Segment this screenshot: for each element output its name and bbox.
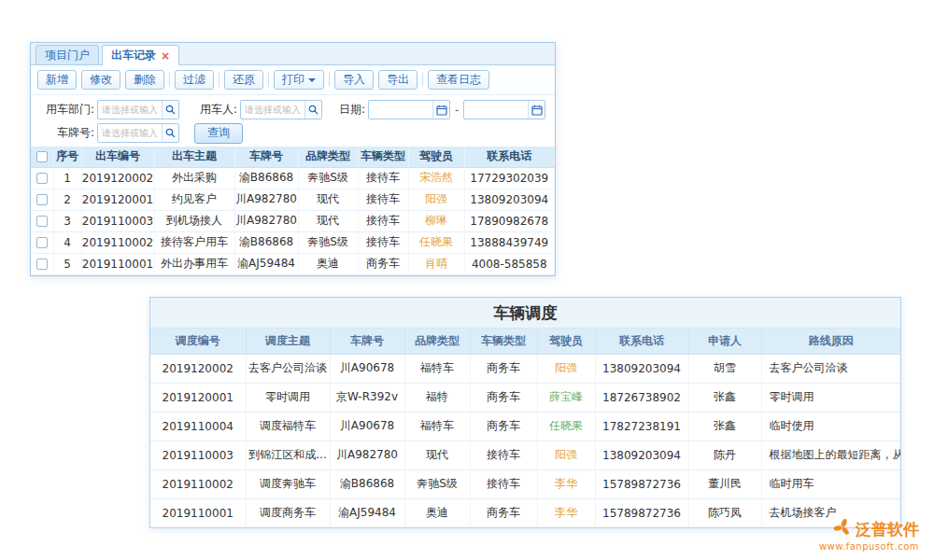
cell-brand-type: 福特车: [404, 354, 470, 383]
table-row[interactable]: 22019120001约见客户川A982780现代接待车阳强1380920309…: [31, 189, 555, 210]
table-row[interactable]: 2019110003到锦江区和成...川A982780现代接待车阳强138092…: [150, 441, 900, 469]
cell-plate-number[interactable]: 川A90678: [330, 412, 404, 441]
cell-row-number: 2: [53, 189, 81, 210]
cell-dispatch-id[interactable]: 2019110002: [150, 469, 246, 498]
cell-dispatch-id[interactable]: 2019110001: [81, 253, 154, 274]
cell-dispatch-id[interactable]: 2019110001: [150, 498, 246, 527]
table-row[interactable]: 52019110001外出办事用车渝AJ59484奥迪商务车肖晴4008-585…: [31, 253, 555, 274]
cell-subject[interactable]: 外出采购: [154, 167, 234, 189]
cell-plate-number[interactable]: 渝AJ59484: [234, 253, 298, 274]
cell-dispatch-id[interactable]: 2019120001: [150, 383, 246, 412]
search-icon[interactable]: [304, 101, 321, 119]
print-button[interactable]: 打印: [274, 70, 324, 90]
row-checkbox[interactable]: [36, 216, 48, 227]
cell-dispatch-id[interactable]: 2019110004: [150, 412, 246, 441]
cell-plate-number[interactable]: 川A982780: [234, 189, 298, 210]
cell-dispatch-id[interactable]: 2019120002: [81, 167, 154, 189]
cell-applicant: 陈巧凤: [688, 498, 761, 527]
cell-driver: 薛宝峰: [537, 383, 595, 412]
cell-plate-number[interactable]: 渝AJ59484: [330, 498, 404, 527]
button-label: 过滤: [183, 72, 205, 88]
cell-subject[interactable]: 到机场接人: [154, 210, 234, 231]
restore-button[interactable]: 还原: [224, 70, 263, 90]
row-checkbox[interactable]: [36, 194, 48, 205]
date-to-input[interactable]: [464, 102, 528, 118]
table-row[interactable]: 2019110001调度商务车渝AJ59484奥迪商务车李华1578987273…: [150, 498, 900, 527]
delete-button[interactable]: 删除: [125, 70, 164, 90]
cell-vehicle-type: 接待车: [470, 441, 537, 469]
tab-project-portal[interactable]: 项目门户: [35, 45, 99, 64]
table-row[interactable]: 2019120002去客户公司洽谈川A90678福特车商务车阳强13809203…: [150, 354, 900, 383]
cell-subject[interactable]: 零时调用: [246, 383, 330, 412]
cell-dispatch-id[interactable]: 2019120002: [150, 354, 246, 383]
search-icon[interactable]: [162, 124, 178, 142]
column-header: 驾驶员: [537, 329, 595, 354]
calendar-icon[interactable]: [528, 101, 545, 119]
select-all-checkbox[interactable]: [36, 151, 48, 162]
cell-subject[interactable]: 去客户公司洽谈: [246, 354, 330, 383]
column-header: 路线原因: [761, 329, 900, 354]
column-header: 品牌类型: [404, 329, 470, 354]
cell-subject[interactable]: 到锦江区和成...: [246, 441, 330, 469]
edit-button[interactable]: 修改: [81, 70, 120, 90]
cell-plate-number[interactable]: 川A982780: [234, 210, 298, 231]
calendar-icon[interactable]: [432, 101, 449, 119]
cell-applicant: 张鑫: [688, 412, 761, 441]
cell-dispatch-id[interactable]: 2019110002: [81, 231, 154, 253]
tab-bar: 项目门户 出车记录 ×: [31, 43, 555, 65]
dept-filter-input[interactable]: [98, 102, 162, 118]
import-button[interactable]: 导入: [334, 70, 374, 90]
cell-driver: 李华: [537, 469, 595, 498]
view-log-button[interactable]: 查看日志: [428, 70, 489, 90]
cell-subject[interactable]: 调度奔驰车: [246, 469, 330, 498]
cell-dispatch-id[interactable]: 2019110003: [150, 441, 246, 469]
cell-plate-number[interactable]: 京W-R392v: [330, 383, 404, 412]
add-button[interactable]: 新增: [37, 70, 77, 90]
export-button[interactable]: 导出: [378, 70, 417, 90]
cell-brand-type: 福特: [404, 383, 470, 412]
close-icon[interactable]: ×: [161, 50, 170, 62]
plate-filter-input[interactable]: [98, 125, 162, 141]
column-header: 调度主题: [246, 329, 330, 354]
cell-subject[interactable]: 约见客户: [154, 189, 234, 210]
column-header: 序号: [53, 147, 81, 167]
cell-plate-number[interactable]: 渝B86868: [234, 167, 298, 189]
tab-label: 项目门户: [45, 48, 90, 63]
cell-driver: 肖晴: [408, 253, 464, 274]
cell-dispatch-id[interactable]: 2019110003: [81, 210, 154, 231]
button-label: 还原: [233, 72, 255, 88]
table-row[interactable]: 2019110002调度奔驰车渝B86868奔驰S级接待车李华157898727…: [150, 469, 900, 498]
row-checkbox[interactable]: [36, 259, 48, 270]
chevron-down-icon: [308, 78, 316, 82]
query-button[interactable]: 查询: [194, 123, 243, 144]
cell-plate-number[interactable]: 渝B86868: [330, 469, 404, 498]
search-icon[interactable]: [162, 101, 178, 119]
brand-logo: 泛普软件 www.fanpusoft.com: [819, 518, 919, 552]
column-header: 出车主题: [154, 147, 234, 167]
date-from-input[interactable]: [369, 102, 432, 118]
cell-subject[interactable]: 外出办事用车: [154, 253, 234, 274]
user-filter-input[interactable]: [241, 102, 304, 118]
cell-phone: 13888439749: [464, 231, 555, 253]
cell-plate-number[interactable]: 川A90678: [330, 354, 404, 383]
row-checkbox[interactable]: [36, 173, 48, 184]
table-row[interactable]: 42019110002接待客户用车渝B86868奔驰S级接待车任晓果138884…: [31, 231, 555, 253]
table-row[interactable]: 32019110003到机场接人川A982780现代接待车柳琳178909826…: [31, 210, 555, 231]
cell-plate-number[interactable]: 川A982780: [330, 441, 404, 469]
date-to-field: [463, 100, 545, 119]
cell-plate-number[interactable]: 渝B86868: [234, 231, 298, 253]
cell-applicant: 胡雪: [688, 354, 761, 383]
cell-dispatch-id[interactable]: 2019120001: [81, 189, 154, 210]
cell-subject[interactable]: 调度商务车: [246, 498, 330, 527]
table-row[interactable]: 2019120001零时调用京W-R392v福特商务车薛宝峰1872673890…: [150, 383, 900, 412]
cell-subject[interactable]: 调度福特车: [246, 412, 330, 441]
cell-vehicle-type: 接待车: [470, 469, 537, 498]
tab-dispatch-records[interactable]: 出车记录 ×: [102, 45, 179, 65]
cell-brand-type: 奔驰S级: [404, 469, 470, 498]
filter-button[interactable]: 过滤: [175, 70, 214, 90]
button-label: 导出: [387, 72, 409, 88]
table-row[interactable]: 2019110004调度福特车川A90678福特车商务车任晓果178272381…: [150, 412, 900, 441]
table-row[interactable]: 12019120002外出采购渝B86868奔驰S级接待车宋浩然17729302…: [31, 167, 555, 189]
cell-subject[interactable]: 接待客户用车: [154, 231, 234, 253]
row-checkbox[interactable]: [36, 237, 48, 248]
